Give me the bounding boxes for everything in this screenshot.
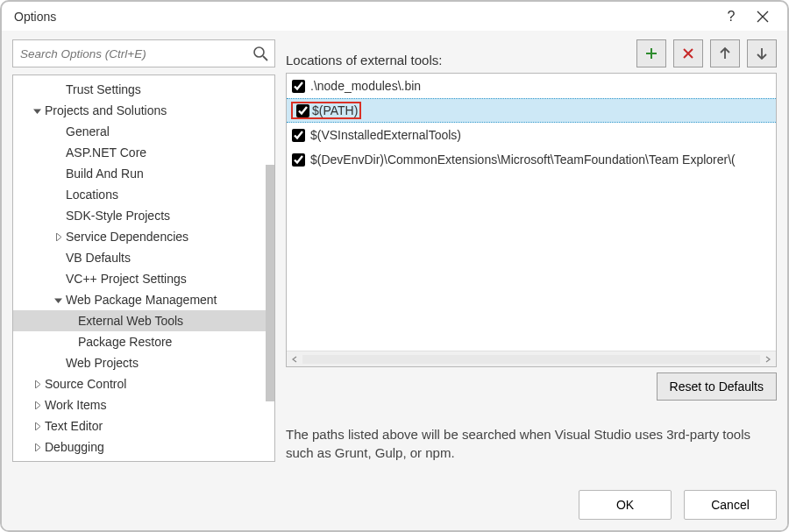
search-icon	[252, 45, 269, 62]
list-row-checkbox[interactable]	[292, 80, 305, 93]
tree-item[interactable]: Locations	[13, 184, 274, 205]
arrow-down-icon	[756, 46, 768, 60]
list-row-checkbox[interactable]	[292, 153, 305, 167]
chevron-right-icon[interactable]	[31, 443, 43, 451]
window-title: Options	[14, 10, 712, 24]
tree-item-label: ASP.NET Core	[66, 145, 146, 160]
top-row: Locations of external tools:	[286, 39, 777, 67]
chevron-right-icon[interactable]	[31, 380, 43, 388]
x-icon	[682, 47, 694, 60]
list-row-label: .\node_modules\.bin	[310, 79, 421, 93]
titlebar: Options ?	[2, 2, 787, 31]
tree-item-label: VB Defaults	[66, 251, 131, 265]
list-row[interactable]: $(VSInstalledExternalTools)	[287, 123, 776, 147]
move-down-button[interactable]	[747, 39, 777, 67]
help-text: The paths listed above will be searched …	[286, 425, 777, 462]
tree-item-label: Build And Run	[66, 167, 144, 181]
tree-item-label: External Web Tools	[78, 314, 183, 328]
options-tree[interactable]: Trust SettingsProjects and SolutionsGene…	[12, 74, 275, 462]
tree-item-label: Source Control	[45, 377, 126, 391]
chevron-right-icon[interactable]	[31, 401, 43, 409]
tree-item-label: Locations	[66, 188, 118, 202]
tree-item-label: Projects and Solutions	[45, 103, 167, 117]
plus-icon	[644, 46, 658, 60]
cancel-button[interactable]: Cancel	[684, 490, 777, 520]
list-row-label: $(PATH)	[312, 103, 358, 117]
chevron-down-icon[interactable]	[52, 296, 64, 304]
close-icon	[757, 11, 769, 23]
left-column: Trust SettingsProjects and SolutionsGene…	[12, 39, 275, 462]
chevron-right-icon[interactable]	[31, 422, 43, 430]
list-row[interactable]: $(PATH)	[287, 98, 776, 123]
right-column: Locations of external tools:	[286, 39, 777, 462]
search-input[interactable]	[13, 47, 274, 60]
list-row-checkbox[interactable]	[296, 104, 309, 117]
chevron-right-icon[interactable]	[52, 233, 64, 241]
tree-item[interactable]: Trust Settings	[13, 79, 274, 100]
tree-item-label: Package Restore	[78, 335, 172, 349]
tree-item-label: Service Dependencies	[66, 230, 188, 244]
tree-item-label: Debugging	[45, 440, 104, 454]
list-row[interactable]: .\node_modules\.bin	[287, 74, 776, 98]
list-row-highlighted: $(PATH)	[292, 103, 360, 118]
toolbar	[636, 39, 777, 67]
list-row-label: $(DevEnvDir)\CommonExtensions\Microsoft\…	[310, 153, 736, 167]
tree-item-label: Trust Settings	[66, 82, 141, 96]
tree-item-label: Web Projects	[66, 356, 139, 370]
tree-item[interactable]: VC++ Project Settings	[13, 268, 274, 289]
content-area: Trust SettingsProjects and SolutionsGene…	[12, 39, 777, 462]
add-button[interactable]	[636, 39, 666, 67]
scroll-left[interactable]	[287, 351, 302, 367]
options-dialog: Options ? Trust SettingsProjects and Sol…	[0, 0, 789, 532]
tree-item[interactable]: Work Items	[13, 394, 274, 415]
help-button[interactable]: ?	[719, 4, 743, 29]
tree-scrollbar[interactable]	[266, 165, 274, 401]
move-up-button[interactable]	[710, 39, 740, 67]
tree-item[interactable]: SDK-Style Projects	[13, 205, 274, 226]
ok-button[interactable]: OK	[579, 490, 672, 520]
search-options[interactable]	[12, 39, 275, 67]
tree-item[interactable]: Source Control	[13, 373, 274, 394]
tree-item[interactable]: Debugging	[13, 436, 274, 458]
remove-button[interactable]	[673, 39, 703, 67]
tree-item-label: Text Editor	[45, 419, 103, 433]
list-row-label: $(VSInstalledExternalTools)	[310, 128, 461, 142]
tree-item-label: General	[66, 124, 110, 138]
tree-item[interactable]: Package Restore	[13, 331, 274, 352]
tree-item[interactable]: VB Defaults	[13, 247, 274, 268]
tree-item-label: SDK-Style Projects	[66, 209, 170, 223]
tree-item[interactable]: Projects and Solutions	[13, 100, 274, 121]
list-h-scrollbar[interactable]	[287, 351, 776, 366]
reset-defaults-button[interactable]: Reset to Defaults	[657, 372, 777, 401]
tree-item-label: Work Items	[45, 398, 107, 412]
tree-item[interactable]: Text Editor	[13, 415, 274, 436]
tree-item[interactable]: General	[13, 121, 274, 142]
tree-item[interactable]: ASP.NET Core	[13, 142, 274, 163]
locations-list[interactable]: .\node_modules\.bin$(PATH)$(VSInstalledE…	[286, 73, 777, 367]
tree-item[interactable]: Web Projects	[13, 352, 274, 373]
dialog-body: Trust SettingsProjects and SolutionsGene…	[2, 31, 787, 530]
tree-item-label: Web Package Management	[66, 293, 217, 307]
scroll-right[interactable]	[760, 351, 776, 367]
dialog-footer: OK Cancel	[12, 462, 777, 520]
chevron-down-icon[interactable]	[31, 107, 43, 115]
locations-label: Locations of external tools:	[286, 53, 636, 67]
below-list: Reset to Defaults	[286, 372, 777, 401]
close-button[interactable]	[750, 4, 775, 29]
tree-item[interactable]: Service Dependencies	[13, 226, 274, 247]
tree-item[interactable]: Web Package Management	[13, 289, 274, 310]
tree-item[interactable]: External Web Tools	[13, 310, 274, 331]
svg-point-0	[254, 47, 264, 57]
list-row-checkbox[interactable]	[292, 129, 305, 142]
tree-item-label: VC++ Project Settings	[66, 272, 187, 286]
scroll-track[interactable]	[302, 355, 760, 364]
list-row[interactable]: $(DevEnvDir)\CommonExtensions\Microsoft\…	[287, 147, 776, 172]
tree-item[interactable]: Build And Run	[13, 163, 274, 184]
arrow-up-icon	[719, 46, 731, 60]
